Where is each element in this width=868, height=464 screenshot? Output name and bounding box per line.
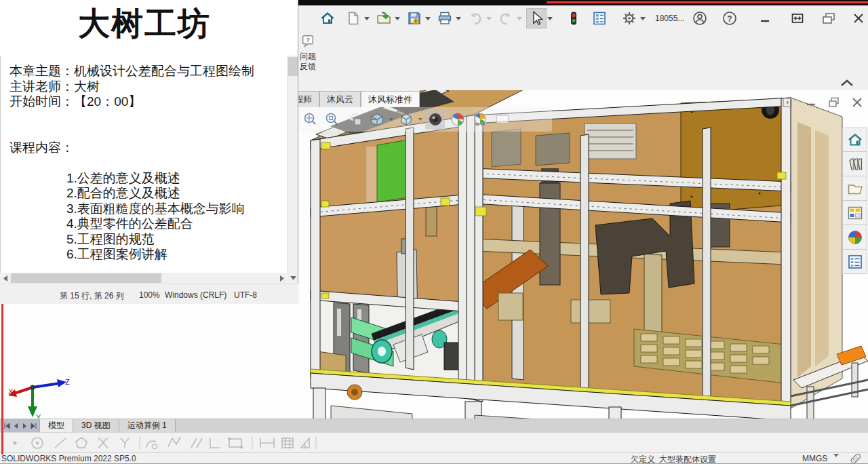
document-window-controls [781, 96, 864, 109]
select-tool-dropdown[interactable] [547, 17, 553, 20]
print-button[interactable] [435, 8, 455, 28]
minimize-window-button[interactable] [755, 8, 775, 28]
tag-editor-icon[interactable] [850, 454, 861, 463]
section-dropdown[interactable] [389, 118, 393, 121]
configuration-tab-bar: 模型 3D 视图 运动算例 1 [0, 419, 868, 432]
undo-button[interactable] [465, 8, 486, 28]
undo-dropdown[interactable] [486, 17, 492, 20]
open-dropdown[interactable] [395, 17, 400, 20]
account-icon[interactable] [690, 8, 710, 28]
start-time-line: 开始时间：【20：00】 [9, 94, 288, 110]
feedback-question-icon: ? [300, 34, 315, 49]
hide-show-items-icon[interactable] [425, 109, 445, 130]
last-tab-icon[interactable] [31, 423, 37, 429]
tab-model[interactable]: 模型 [39, 419, 73, 432]
line-ending-label[interactable]: Windows (CRLF) [165, 290, 226, 300]
task-pane [842, 128, 867, 274]
user-id-label[interactable]: 18055... [655, 14, 684, 23]
select-tool-button[interactable] [526, 8, 547, 28]
previous-view-icon[interactable] [344, 109, 364, 130]
product-version-label: SOLIDWORKS Premium 2022 SP5.0 [1, 454, 136, 463]
tab-motion-study[interactable]: 运动算例 1 [119, 419, 176, 432]
redo-button[interactable] [496, 8, 516, 28]
notepad-text-area[interactable]: 本章主题：机械设计公差配合与工程图绘制 主讲老师：大树 开始时间：【20：00】… [0, 56, 288, 273]
doc-minimize-icon[interactable] [804, 96, 818, 109]
home-button[interactable] [317, 8, 338, 28]
tab-mufeng-standard-parts[interactable]: 沐风标准件 [361, 91, 420, 107]
units-selector[interactable]: MMGS [802, 454, 827, 463]
flyout-arrow-icon[interactable] [781, 96, 795, 109]
new-document-dropdown[interactable] [364, 17, 370, 20]
file-explorer-icon[interactable] [842, 176, 867, 201]
cascade-windows-button[interactable] [818, 8, 839, 28]
corner-tool-icon [210, 438, 220, 448]
edit-appearance-icon[interactable] [448, 109, 467, 130]
dimension-tool-icon [260, 438, 274, 448]
view-orientation-dropdown[interactable] [418, 118, 422, 121]
zoom-to-area-icon[interactable] [322, 109, 342, 130]
scroll-left-arrow-icon[interactable] [0, 273, 11, 284]
svg-text:?: ? [728, 14, 732, 24]
options-gear-button[interactable] [619, 8, 639, 28]
zoom-level-label[interactable]: 100% [139, 290, 160, 300]
view-orientation-cube-icon[interactable] [396, 109, 416, 130]
mirror-tool-icon [121, 438, 129, 448]
first-tab-icon[interactable] [4, 423, 10, 429]
appearances-scenes-icon[interactable] [842, 225, 867, 250]
course-item: 1.公差的意义及概述 [66, 171, 288, 187]
course-item: 2.配合的意义及概述 [66, 186, 288, 201]
custom-properties-icon[interactable] [842, 250, 867, 274]
view-settings-icon[interactable] [492, 109, 512, 130]
circle-tool-icon [32, 438, 43, 448]
cursor-position-label: 第 15 行, 第 26 列 [60, 290, 124, 302]
course-item: 6.工程图案例讲解 [66, 247, 288, 263]
trim-tool-icon [98, 438, 108, 448]
open-button[interactable] [374, 8, 394, 28]
restore-window-button[interactable] [787, 8, 808, 28]
scroll-right-arrow-icon[interactable] [277, 273, 288, 284]
angle-tool-icon [301, 438, 309, 448]
tab-mufeng-cloud[interactable]: 沐风云 [319, 91, 361, 107]
polygon-tool-icon [76, 438, 87, 448]
horizontal-scrollbar-thumb[interactable] [11, 273, 161, 283]
headsup-view-toolbar [297, 107, 552, 132]
collapse-chevron-icon[interactable] [840, 78, 854, 90]
topic-line: 本章主题：机械设计公差配合与工程图绘制 [9, 64, 288, 79]
doc-restore-icon[interactable] [827, 96, 841, 109]
close-window-button[interactable] [848, 8, 868, 28]
apply-scene-icon[interactable] [470, 109, 490, 130]
zoom-to-fit-icon[interactable] [300, 109, 319, 130]
triad-z-label: Z [65, 378, 70, 386]
svg-text:?: ? [306, 37, 310, 43]
save-button[interactable] [404, 8, 425, 28]
encoding-label[interactable]: UTF-8 [234, 290, 257, 300]
view-palette-icon[interactable] [842, 201, 867, 225]
new-document-button[interactable] [343, 8, 363, 28]
section-view-icon[interactable] [367, 109, 387, 130]
resources-home-icon[interactable] [842, 128, 867, 152]
options-dropdown[interactable] [640, 17, 646, 20]
redo-dropdown[interactable] [517, 17, 522, 20]
tab-scroll-buttons[interactable] [1, 419, 39, 432]
help-icon[interactable]: ? [719, 8, 740, 28]
quick-access-toolbar: 18055... ? [290, 5, 868, 33]
print-dropdown[interactable] [456, 17, 461, 20]
scroll-down-arrow-icon[interactable] [288, 273, 298, 284]
course-item: 3.表面粗糙度的基本概念与影响 [66, 201, 288, 217]
tab-3d-views[interactable]: 3D 视图 [73, 419, 119, 432]
display-settings-button[interactable] [589, 8, 610, 28]
reference-triad: X Z Y [5, 367, 71, 421]
vertical-scrollbar-thumb[interactable] [288, 57, 298, 76]
screen: 18055... ? [0, 0, 868, 464]
save-dropdown[interactable] [425, 17, 431, 20]
prev-tab-icon[interactable] [13, 423, 19, 429]
course-list: 1.公差的意义及概述 2.配合的意义及概述 3.表面粗糙度的基本概念与影响 4.… [66, 171, 288, 263]
rectangle-tool-icon [229, 438, 243, 448]
traffic-light-icon[interactable] [564, 8, 584, 28]
horizontal-scrollbar[interactable] [0, 273, 288, 284]
next-tab-icon[interactable] [22, 423, 28, 429]
design-library-icon[interactable] [842, 152, 867, 176]
doc-close-icon[interactable] [850, 96, 864, 109]
vertical-scrollbar[interactable] [287, 56, 298, 284]
units-dropdown[interactable] [833, 457, 843, 464]
